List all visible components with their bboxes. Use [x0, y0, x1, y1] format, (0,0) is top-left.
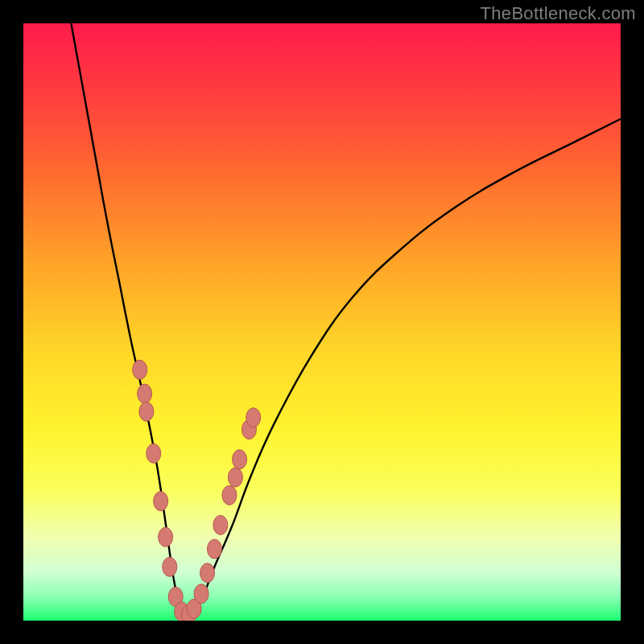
curve-dots-group: [133, 360, 261, 621]
curve-dot: [207, 539, 221, 559]
curve-dot: [200, 564, 215, 583]
chart-area: [23, 23, 621, 621]
curve-dot: [213, 515, 228, 535]
curve-dot: [147, 444, 161, 463]
curve-dot: [246, 408, 261, 427]
curve-dot: [163, 557, 177, 576]
curve-dot: [154, 492, 168, 511]
curve-dot: [133, 360, 147, 379]
curve-dot: [233, 450, 247, 469]
curve-dot: [139, 402, 154, 421]
curve-dot: [222, 485, 237, 505]
bottleneck-curve: [71, 23, 621, 617]
curve-dot: [194, 584, 208, 604]
bottleneck-curve-svg: [23, 23, 621, 621]
curve-dot: [228, 468, 242, 487]
watermark-text: TheBottleneck.com: [481, 3, 636, 24]
curve-dot: [159, 527, 173, 547]
curve-dot: [138, 384, 152, 403]
